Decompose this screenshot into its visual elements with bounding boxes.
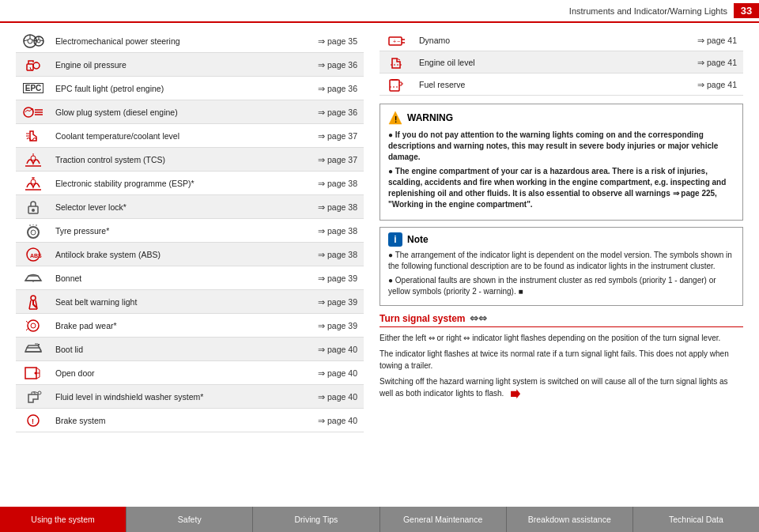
warning-text: ● If you do not pay attention to the war…	[388, 130, 734, 210]
icon-dynamo: + −	[380, 30, 414, 51]
icon-selector-lock	[16, 197, 51, 217]
warning-bullet-1: ● If you do not pay attention to the war…	[388, 130, 734, 163]
nav-item-technical-data[interactable]: Technical Data	[633, 507, 759, 532]
table-row: ABS Antilock brake system (ABS) page 38	[16, 243, 364, 266]
icon-bonnet	[16, 268, 51, 289]
row-label: Glow plug system (diesel engine)	[51, 105, 312, 119]
row-label: Selector lever lock*	[51, 200, 312, 214]
row-label: Tyre pressure*	[51, 224, 312, 238]
icon-tyre-pressure: !	[16, 221, 51, 241]
row-page-ref: page 40	[312, 342, 364, 357]
note-text: ● The arrangement of the indicator light…	[388, 250, 734, 297]
row-label: Brake system	[51, 413, 312, 428]
svg-point-33	[31, 323, 36, 328]
warning-box: ! WARNING ● If you do not pay attention …	[380, 104, 743, 221]
row-page-ref: page 39	[312, 319, 364, 333]
row-label: Open door	[51, 366, 312, 380]
row-label: Bonnet	[51, 271, 312, 285]
row-page-ref: page 40	[312, 366, 364, 380]
table-row: Engine oil pressure page 36	[16, 53, 364, 77]
row-label: Electronic stability programme (ESP)*	[51, 176, 312, 191]
note-title: Note	[407, 234, 429, 245]
table-row: Seat belt warning light page 39	[16, 290, 364, 314]
table-row: Glow plug system (diesel engine) page 36	[16, 100, 364, 124]
svg-text:+: +	[393, 39, 396, 44]
note-bullet-1: ● The arrangement of the indicator light…	[388, 250, 734, 272]
turn-signal-para-1: Either the left ⇔ or right ⇔ indicator l…	[380, 332, 743, 344]
header-title: Instruments and Indicator/Warning Lights	[569, 6, 727, 16]
left-table: Electromechanical power steering page 35…	[16, 29, 364, 514]
svg-point-31	[31, 296, 36, 300]
nav-item-safety[interactable]: Safety	[126, 507, 253, 532]
table-row: Bonnet page 39	[16, 266, 364, 290]
table-row: EPC EPC fault light (petrol engine) page…	[16, 77, 364, 100]
warning-bullet-2: ● The engine compartment of your car is …	[388, 166, 734, 210]
icon-epc: EPC	[16, 81, 51, 95]
row-label: Boot lid	[51, 342, 312, 357]
row-page-ref: page 39	[312, 295, 364, 309]
turn-signal-para-2: The indicator light flashes at twice its…	[380, 348, 743, 372]
nav-item-breakdown[interactable]: Breakdown assistance	[507, 507, 633, 532]
warning-triangle-icon: !	[388, 111, 402, 125]
row-page-ref: page 40	[312, 413, 364, 428]
row-page-ref: page 41	[691, 77, 743, 92]
row-page-ref: page 37	[312, 129, 364, 143]
row-label: Electromechanical power steering	[51, 34, 312, 48]
nav-label-general-maintenance: General Maintenance	[403, 515, 482, 524]
turn-signal-arrows-icon: ⇔⇔	[470, 312, 487, 324]
nav-item-general-maintenance[interactable]: General Maintenance	[380, 507, 507, 532]
svg-point-23	[32, 209, 35, 212]
row-page-ref: page 38	[312, 247, 364, 262]
svg-text:!: !	[32, 417, 34, 425]
row-page-ref: page 41	[691, 33, 743, 47]
nav-label-driving-tips: Driving Tips	[295, 515, 338, 524]
svg-point-21	[31, 179, 36, 184]
row-page-ref: page 36	[312, 58, 364, 72]
nav-item-using-system[interactable]: Using the system	[0, 507, 126, 532]
icon-oil-level	[380, 52, 414, 73]
svg-point-32	[28, 320, 39, 331]
table-row: Electromechanical power steering page 35	[16, 29, 364, 53]
table-row: Traction control system (TCS) page 37	[16, 148, 364, 172]
icon-esp	[16, 173, 51, 194]
right-column: + − Dynamo page 41 Engine oil level	[380, 29, 743, 514]
icon-washer	[16, 387, 51, 407]
row-label: Antilock brake system (ABS)	[51, 247, 312, 262]
nav-label-breakdown: Breakdown assistance	[528, 515, 611, 524]
table-row: Engine oil level page 41	[380, 51, 743, 74]
svg-point-24	[28, 227, 39, 238]
row-label: Engine oil level	[414, 55, 691, 70]
row-label: Traction control system (TCS)	[51, 153, 312, 167]
nav-label-safety: Safety	[178, 515, 202, 524]
table-row: Coolant temperature/coolant level page 3…	[16, 124, 364, 148]
row-page-ref: page 41	[691, 55, 743, 70]
table-row: ! Tyre pressure* page 38	[16, 219, 364, 243]
row-page-ref: page 38	[312, 200, 364, 214]
svg-point-11	[33, 62, 40, 69]
turn-signal-title: Turn signal system ⇔⇔	[380, 312, 743, 327]
row-label: Brake pad wear*	[51, 319, 312, 333]
icon-traction-control	[16, 149, 51, 170]
icon-oil-pressure	[16, 55, 51, 75]
icon-steering	[16, 31, 51, 51]
icon-seatbelt	[16, 292, 51, 312]
svg-point-1	[28, 39, 32, 43]
row-page-ref: page 38	[312, 224, 364, 238]
svg-text:ABS: ABS	[30, 253, 42, 258]
icon-brake-system: !	[16, 410, 51, 431]
turn-signal-para-3: Switching off the hazard warning light s…	[380, 375, 743, 399]
svg-text:!: !	[395, 115, 397, 124]
note-bullet-2: ● Operational faults are shown in the in…	[388, 275, 734, 297]
right-top-table: + − Dynamo page 41 Engine oil level	[380, 29, 743, 96]
table-row: Open door page 40	[16, 361, 364, 385]
note-icon: i	[388, 232, 402, 247]
nav-item-driving-tips[interactable]: Driving Tips	[253, 507, 380, 532]
row-label: Engine oil pressure	[51, 58, 312, 72]
table-row: Electronic stability programme (ESP)* pa…	[16, 172, 364, 195]
row-label: EPC fault light (petrol engine)	[51, 81, 312, 96]
row-page-ref: page 36	[312, 81, 364, 96]
table-row: Fuel reserve page 41	[380, 74, 743, 96]
row-label: Coolant temperature/coolant level	[51, 129, 312, 143]
icon-abs: ABS	[16, 244, 51, 265]
icon-glow-plug	[16, 102, 51, 123]
